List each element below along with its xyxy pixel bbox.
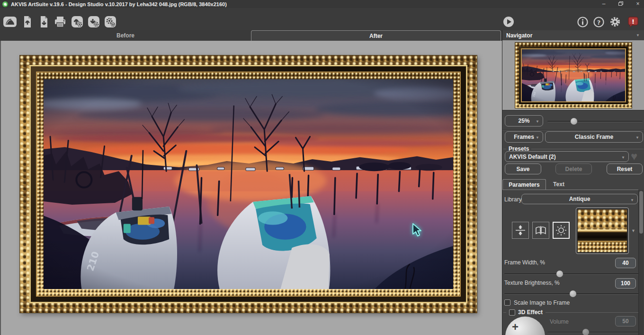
effect-3d-sphere-preview[interactable]: + bbox=[505, 317, 545, 335]
reset-preset-button[interactable]: Reset bbox=[607, 163, 643, 174]
navigator-header[interactable]: Navigator ▼ bbox=[502, 30, 644, 40]
divider bbox=[503, 312, 506, 313]
info-icon[interactable] bbox=[577, 17, 588, 27]
texture-dark-band bbox=[578, 232, 627, 241]
plus-icon: + bbox=[512, 320, 519, 334]
app-logo-icon bbox=[2, 1, 8, 7]
import-presets-icon[interactable] bbox=[71, 15, 84, 28]
texture-preview[interactable] bbox=[576, 208, 629, 254]
title-bar: AKVIS ArtSuite v.19.6 - Design Studio v.… bbox=[0, 0, 644, 8]
tab-text[interactable]: Text bbox=[546, 179, 572, 190]
artsuite-window: AKVIS ArtSuite v.19.6 - Design Studio v.… bbox=[0, 0, 644, 335]
thumb-photo bbox=[522, 49, 625, 101]
svg-text:?: ? bbox=[597, 19, 601, 26]
volume-value[interactable]: 50 bbox=[615, 316, 636, 326]
preset-select[interactable]: AKVIS Default (2) ▼ bbox=[505, 151, 629, 162]
toolbar: ? ! bbox=[0, 8, 644, 30]
favorite-heart-icon[interactable]: ♥ bbox=[631, 150, 637, 163]
texture-ornate-band bbox=[578, 209, 627, 229]
zoom-value: 25% bbox=[518, 118, 529, 124]
window-controls: – × bbox=[600, 0, 641, 8]
divider bbox=[502, 129, 644, 130]
view-tab-bar: Before After bbox=[0, 30, 502, 41]
texture-brightness-number: 100 bbox=[621, 280, 630, 287]
texture-brightness-value[interactable]: 100 bbox=[615, 278, 636, 289]
frame-width-slider-thumb[interactable] bbox=[556, 271, 563, 277]
texture-brightness-slider[interactable] bbox=[504, 293, 641, 295]
delete-preset-button[interactable]: Delete bbox=[555, 163, 592, 174]
tab-parameters-label: Parameters bbox=[509, 181, 539, 188]
navigator-title: Navigator bbox=[506, 32, 532, 39]
navigator-preview-area[interactable] bbox=[502, 40, 644, 110]
brightness-button[interactable] bbox=[553, 222, 570, 239]
zoom-select[interactable]: 25% ▼ bbox=[505, 115, 543, 127]
batch-processing-icon[interactable] bbox=[104, 15, 117, 28]
tab-parameters[interactable]: Parameters bbox=[502, 179, 546, 190]
save-preset-button[interactable]: Save bbox=[505, 163, 541, 174]
texture-fine-band bbox=[578, 242, 627, 252]
print-icon[interactable] bbox=[54, 15, 67, 28]
library-label: Library bbox=[504, 196, 522, 203]
picture-frame bbox=[20, 55, 477, 313]
divider bbox=[531, 149, 644, 149]
tab-before[interactable]: Before bbox=[0, 30, 251, 41]
zoom-slider[interactable] bbox=[547, 121, 643, 122]
library-value: Antique bbox=[569, 196, 590, 202]
close-button[interactable]: × bbox=[635, 0, 641, 8]
frame-width-slider[interactable] bbox=[504, 273, 641, 275]
artsuite-logo-icon[interactable] bbox=[3, 15, 17, 28]
frame-width-label: Frame Width, % bbox=[504, 259, 545, 266]
texture-brightness-slider-thumb[interactable] bbox=[570, 290, 576, 297]
volume-slider-thumb[interactable] bbox=[582, 329, 589, 335]
volume-label: Volume bbox=[550, 318, 569, 325]
run-icon[interactable] bbox=[503, 16, 514, 27]
scrollbar-thumb[interactable] bbox=[639, 191, 643, 234]
frame-style-select[interactable]: Classic Frame ▼ bbox=[545, 131, 643, 143]
chevron-down-icon: ▼ bbox=[536, 119, 539, 124]
chevron-down-icon: ▼ bbox=[536, 136, 539, 140]
tab-before-label: Before bbox=[116, 32, 134, 39]
preferences-gear-icon[interactable] bbox=[609, 16, 621, 27]
save-label: Save bbox=[516, 166, 529, 172]
effect-category-value: Frames bbox=[514, 134, 534, 140]
chevron-down-icon[interactable]: ▼ bbox=[636, 33, 640, 37]
minimize-button[interactable]: – bbox=[600, 0, 607, 8]
texture-brightness-label: Texture Brightness, % bbox=[504, 280, 560, 286]
volume-number: 50 bbox=[622, 318, 628, 325]
library-select[interactable]: Antique ▼ bbox=[521, 194, 638, 204]
scale-image-checkbox[interactable] bbox=[504, 299, 510, 306]
effect-3d-group: 3D Effect bbox=[503, 309, 644, 316]
effect-category-select[interactable]: Frames ▼ bbox=[505, 131, 543, 143]
reset-label: Reset bbox=[617, 166, 633, 172]
buy-alert-icon[interactable]: ! bbox=[627, 16, 639, 27]
parameters-scrollbar[interactable] bbox=[638, 190, 644, 335]
scale-image-label: Scale Image to Frame bbox=[514, 299, 570, 306]
divider bbox=[546, 312, 644, 313]
export-presets-icon[interactable] bbox=[87, 15, 100, 28]
frame-style-value: Classic Frame bbox=[575, 134, 613, 140]
tab-text-label: Text bbox=[553, 181, 564, 188]
frame-width-value[interactable]: 40 bbox=[615, 258, 636, 268]
svg-text:!: ! bbox=[632, 18, 635, 25]
image-canvas[interactable] bbox=[0, 41, 502, 335]
restore-button[interactable] bbox=[617, 0, 624, 8]
effect-3d-checkbox[interactable] bbox=[509, 309, 515, 316]
chevron-down-icon: ▼ bbox=[621, 155, 625, 160]
mouse-cursor bbox=[411, 223, 423, 237]
help-icon[interactable]: ? bbox=[593, 17, 604, 27]
texture-dropdown-icon[interactable]: ▼ bbox=[631, 228, 635, 233]
chevron-down-icon: ▼ bbox=[630, 198, 634, 202]
flip-horizontal-button[interactable] bbox=[532, 222, 549, 239]
navigator-thumbnail[interactable] bbox=[515, 43, 632, 108]
window-title: AKVIS ArtSuite v.19.6 - Design Studio v.… bbox=[11, 1, 227, 7]
save-image-icon[interactable] bbox=[37, 15, 51, 28]
frame-width-number: 40 bbox=[622, 260, 628, 266]
flip-vertical-button[interactable] bbox=[512, 222, 529, 239]
open-image-icon[interactable] bbox=[21, 15, 34, 28]
tab-after[interactable]: After bbox=[251, 30, 501, 41]
divider bbox=[502, 190, 638, 190]
restore-icon bbox=[618, 1, 623, 6]
zoom-slider-thumb[interactable] bbox=[571, 118, 577, 125]
chevron-down-icon: ▼ bbox=[635, 136, 639, 140]
volume-slider[interactable] bbox=[547, 332, 641, 333]
